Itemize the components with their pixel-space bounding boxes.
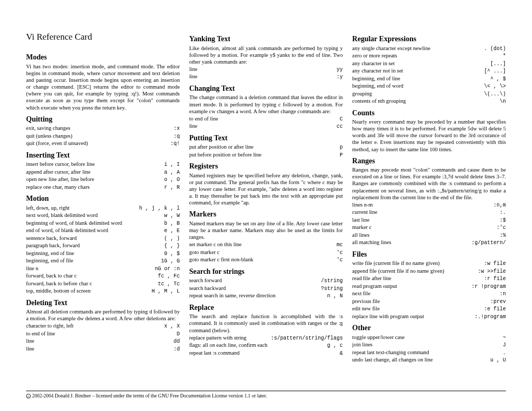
list-item: exit, saving changes:x [26,125,180,132]
item-key: dd [174,339,180,345]
heading-inserting: Inserting Text [26,151,180,160]
item-desc: beginning, end of line [352,75,487,82]
list-item: next word, blank delimited wordw , W [26,212,180,220]
item-desc: line [189,123,334,129]
item-desc: all matching lines [352,239,468,246]
list-item: current line:. [352,209,506,216]
columns: Vi Reference Card Modes Vi has two modes… [26,31,506,380]
list-item: replace line with program output:.!progr… [352,313,506,321]
para-counts: Nearly every command may be preceded by … [352,118,506,153]
list-replace: replace pattern with string:s/pattern/st… [189,334,343,357]
heading-files: Files [352,250,506,259]
item-key: * [503,53,506,60]
heading-yanking: Yanking Text [189,34,343,44]
list-item: grouping\(...\) [352,90,506,98]
item-desc: lines n-m [352,201,490,208]
item-desc: end of word, of blank delimited word [26,227,161,234]
item-key: o , O [164,177,180,184]
list-item: forward, back to before char ctc , Tc [26,280,180,288]
item-key: H , M , L [152,288,180,295]
item-desc: append after cursor, after line [26,168,161,175]
list-item: set marker c on this linemc [189,241,343,249]
list-item: previous file:prev [352,298,506,306]
item-desc: join lines [352,341,500,348]
item-key: nG or :n [155,266,180,273]
item-desc: read file after line [352,275,481,282]
item-desc: open new line after, line before [26,176,161,183]
item-key: :r file [484,276,506,283]
item-key: :d [174,346,180,353]
para-changing: The change command is a deletion command… [189,94,343,114]
item-key: b , B [164,221,180,227]
list-item: top, middle, bottom of screenH , M , L [26,287,180,295]
item-key: :prev [490,299,506,306]
list-item: read program output:r !program [352,283,506,291]
item-desc: quit (force, even if unsaved) [26,140,167,147]
item-desc: next word, blank delimited word [26,212,161,219]
list-item: marker c:'c [352,224,506,232]
list-item: append file (current file if no name giv… [352,268,506,275]
item-key: :n,m [493,202,506,209]
item-key: 'c [336,257,343,264]
heading-counts: Counts [352,108,506,118]
list-motion: left, down, up, righth , j , k , lnext w… [26,204,180,295]
item-key: r , R [164,185,180,191]
item-key: { , } [164,243,180,250]
para-yanking: Like deletion, almost all yank commands … [189,45,343,65]
item-desc: current line [352,209,497,215]
item-desc: edit new file [352,305,481,312]
list-item: undo last change, all changes on lineu ,… [352,356,506,364]
item-key: 'c [336,250,343,257]
item-desc: repeat last :s command [189,349,337,356]
heading-modes: Modes [26,53,180,62]
item-desc: line [189,73,334,80]
list-regex: any single character except newline. (do… [352,45,506,105]
heading-deleting: Deleting Text [26,298,180,308]
item-desc: beginning of word, of blank delimited wo… [26,220,161,226]
list-item: lines n-m:n,m [352,201,506,209]
item-desc: any single character except newline [352,45,481,52]
item-key: :.!program [475,314,506,321]
item-key: ~ [503,335,506,342]
item-key: :y [336,74,343,81]
item-key: :g/pattern/ [471,240,506,247]
item-desc: line [26,345,171,352]
list-changing: to end of lineClinecc [189,115,343,130]
list-item: write file (current file if no name give… [352,260,506,268]
item-desc: any character not in set [352,67,481,74]
list-yanking: lineyyline:y [189,66,343,81]
item-key: ( , ) [164,236,180,243]
list-item: beginning of word, of blank delimited wo… [26,220,180,227]
list-item: contents of nth grouping\n [352,98,506,105]
heading-regex: Regular Expressions [352,34,506,44]
item-key: :$ [500,217,506,224]
item-key: p [340,144,343,151]
item-desc: to end of line [26,330,174,337]
item-key: i , I [164,162,180,168]
list-item: repeat last text-changing command. [352,349,506,357]
heading-search: Search for strings [189,267,343,276]
heading-changing: Changing Text [189,84,343,93]
heading-registers: Registers [189,162,343,171]
list-item: beginning, end of word\< , \> [352,82,506,90]
item-key: :x [174,126,180,132]
list-item: line:y [189,73,343,81]
item-key: ^ , $ [490,76,506,83]
heading-markers: Markers [189,210,343,219]
item-key: J [503,342,506,349]
item-key: n , N [327,293,343,300]
list-item: all matching lines:g/pattern/ [352,239,506,247]
list-item: last line:$ [352,216,506,224]
item-key: . (dot) [484,46,506,53]
item-key: \< , \> [484,83,506,90]
list-search: search forward/stringsearch backward?str… [189,277,343,300]
para-markers: Named markers may be set on any line of … [189,220,343,240]
item-desc: forward, back to before char c [26,280,155,287]
list-item: repeat search in same, reverse direction… [189,292,343,300]
item-desc: left, down, up, right [26,204,136,211]
item-key: :s/pattern/string/flags [271,335,343,342]
item-key: x , X [164,323,180,330]
item-key: yy [336,67,343,74]
item-key: P [340,152,343,159]
item-key: & [340,350,343,357]
